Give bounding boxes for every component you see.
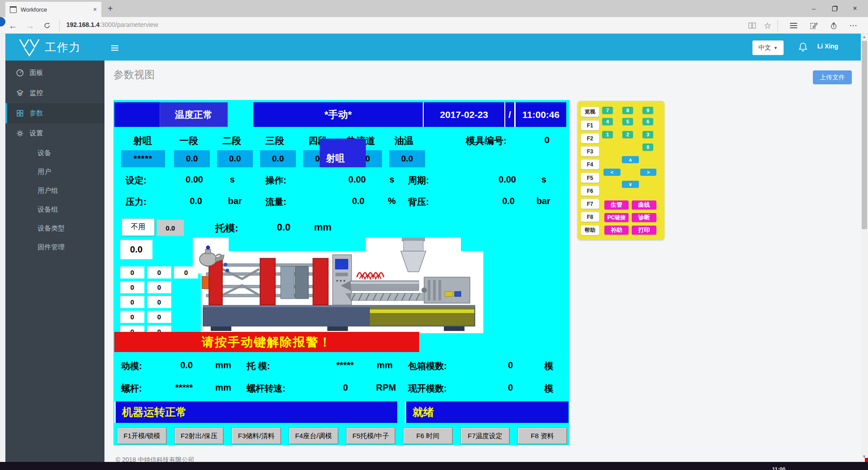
numpad-0-key[interactable]: 0: [642, 144, 653, 151]
grid-cell[interactable]: 0: [120, 281, 144, 293]
keypad-f8-key[interactable]: F8: [581, 212, 599, 222]
sidebar-subitem-label: 用户组: [38, 187, 58, 195]
upload-file-button[interactable]: 上传文件: [813, 70, 852, 84]
keypad-overview-key[interactable]: 览视: [581, 107, 599, 117]
keypad-help-key[interactable]: 帮助: [581, 225, 599, 235]
sidebar-item-monitoring[interactable]: 监控: [5, 83, 104, 103]
production-key[interactable]: 生管: [604, 200, 629, 209]
temp-value-cell[interactable]: *****: [121, 150, 165, 167]
grid-cell[interactable]: 0: [147, 281, 171, 293]
sidebar-item-settings[interactable]: 设置: [5, 123, 104, 144]
keypad-f6-key[interactable]: F6: [581, 186, 599, 196]
hub-icon[interactable]: [787, 19, 800, 32]
numpad-3-key[interactable]: 3: [642, 131, 653, 138]
numpad-2-key[interactable]: 2: [622, 131, 633, 138]
sidebar-item-parameters[interactable]: 参数: [5, 103, 106, 123]
forward-button-icon[interactable]: →: [23, 19, 37, 32]
cell-value: 0: [157, 269, 161, 276]
keypad-f7-key[interactable]: F7: [581, 199, 599, 209]
fkey-f8-button[interactable]: F8 资料: [517, 427, 567, 444]
more-actions-icon[interactable]: ⋯: [846, 19, 860, 32]
window-close-button[interactable]: ×: [845, 0, 865, 17]
temperature-status[interactable]: 温度正常: [160, 102, 228, 127]
fkey-f7-button[interactable]: F7温度设定: [460, 427, 510, 444]
arrow-down-key[interactable]: ∨: [622, 181, 639, 188]
fkey-f6-button[interactable]: F6 时间: [403, 427, 453, 444]
grid-cell[interactable]: 0: [174, 266, 198, 279]
reading-view-icon[interactable]: [745, 19, 759, 32]
new-tab-button[interactable]: +: [108, 4, 113, 14]
fkey-f2-button[interactable]: F2射出/保压: [174, 427, 224, 444]
sidebar-item-users[interactable]: 用户: [5, 162, 104, 181]
keypad-f4-key[interactable]: F4: [581, 159, 599, 170]
browser-tab[interactable]: Workforce ×: [5, 2, 101, 17]
back-button-icon[interactable]: ←: [6, 19, 20, 32]
sidebar-item-firmware[interactable]: 固件管理: [5, 238, 104, 257]
curve-key[interactable]: 曲线: [632, 200, 656, 209]
cell-value: *****: [134, 154, 152, 164]
not-used-button[interactable]: 不用: [122, 218, 155, 236]
set-time-unit: s: [221, 174, 243, 185]
numpad-6-key[interactable]: 6: [642, 118, 653, 125]
grid-cell[interactable]: 0: [147, 296, 171, 308]
numpad-4-key[interactable]: 4: [602, 118, 613, 125]
keypad-f2-key[interactable]: F2: [581, 133, 599, 144]
fkey-f3-button[interactable]: F3储料/清料: [231, 427, 281, 444]
favorites-star-icon[interactable]: ☆: [761, 19, 774, 32]
open-count-label: 现开模数:: [408, 383, 447, 395]
grid-cell[interactable]: 0: [120, 311, 144, 323]
numpad-9-key[interactable]: 9: [642, 107, 653, 114]
not-used-value-box[interactable]: 0.0: [157, 220, 184, 236]
share-icon[interactable]: [827, 19, 840, 32]
page-scrollbar[interactable]: ▲ ▼: [861, 34, 868, 462]
sidebar-item-device-groups[interactable]: 设备组: [5, 200, 104, 219]
arrow-right-key[interactable]: >: [640, 169, 656, 176]
subsidy-key[interactable]: 补助: [604, 226, 629, 235]
value-cell-large[interactable]: 0.0: [120, 240, 152, 259]
user-name[interactable]: Li Xing: [817, 43, 838, 50]
language-dropdown[interactable]: 中文▼: [752, 40, 784, 55]
window-minimize-button[interactable]: –: [803, 0, 824, 17]
arrow-up-key[interactable]: ∧: [622, 156, 639, 163]
numpad-1-key[interactable]: 1: [602, 131, 613, 138]
temp-value-cell[interactable]: 0.0: [260, 150, 296, 167]
sidebar-item-device-types[interactable]: 设备类型: [5, 219, 104, 238]
cell-value: 0.0: [130, 244, 143, 255]
window-restore-button[interactable]: [824, 0, 845, 17]
notifications-bell-icon[interactable]: [799, 42, 807, 54]
temp-value-cell[interactable]: 0.0: [217, 150, 253, 167]
keypad-f3-key[interactable]: F3: [581, 146, 599, 157]
url-text[interactable]: 192.168.1.4:3000/parameterview: [66, 21, 158, 28]
sidebar-item-user-groups[interactable]: 用户组: [5, 181, 104, 200]
grid-cell[interactable]: 0: [147, 266, 171, 279]
taskbar[interactable]: 11:00: [0, 462, 868, 470]
temp-value-cell[interactable]: 0.0: [389, 150, 425, 167]
mold-number-value: 0: [538, 135, 556, 147]
numpad-5-key[interactable]: 5: [622, 118, 633, 125]
fkey-f4-button[interactable]: F4座台/调模: [289, 427, 339, 444]
temp-value-cell[interactable]: 0.0: [174, 150, 210, 167]
key-label: F1: [587, 122, 593, 129]
refresh-button-icon[interactable]: [40, 19, 54, 32]
sidebar-toggle-icon[interactable]: [111, 44, 118, 52]
pc-link-key[interactable]: PC链接: [604, 213, 629, 222]
arrow-left-key[interactable]: <: [603, 169, 621, 176]
numpad-8-key[interactable]: 8: [622, 107, 633, 114]
print-key[interactable]: 打印: [632, 226, 656, 235]
tab-close-icon[interactable]: ×: [93, 6, 97, 13]
scrollbar-thumb[interactable]: [862, 41, 867, 229]
web-note-icon[interactable]: [807, 19, 820, 32]
fkey-f5-button[interactable]: F5托模/中子: [346, 427, 396, 444]
diagnosis-key[interactable]: 诊断: [632, 213, 656, 222]
sidebar-item-devices[interactable]: 设备: [5, 144, 104, 162]
keypad-f1-key[interactable]: F1: [581, 120, 599, 131]
keypad-f5-key[interactable]: F5: [581, 173, 599, 183]
numpad-7-key[interactable]: 7: [602, 107, 613, 114]
grid-cell[interactable]: 0: [147, 311, 171, 323]
scrollbar-up-icon[interactable]: ▲: [862, 35, 866, 39]
key-label: 6: [647, 119, 649, 124]
grid-cell[interactable]: 0: [120, 266, 144, 279]
grid-cell[interactable]: 0: [120, 296, 144, 308]
sidebar-item-dashboard[interactable]: 面板: [5, 63, 104, 83]
fkey-f1-button[interactable]: F1开模/锁模: [117, 427, 167, 444]
